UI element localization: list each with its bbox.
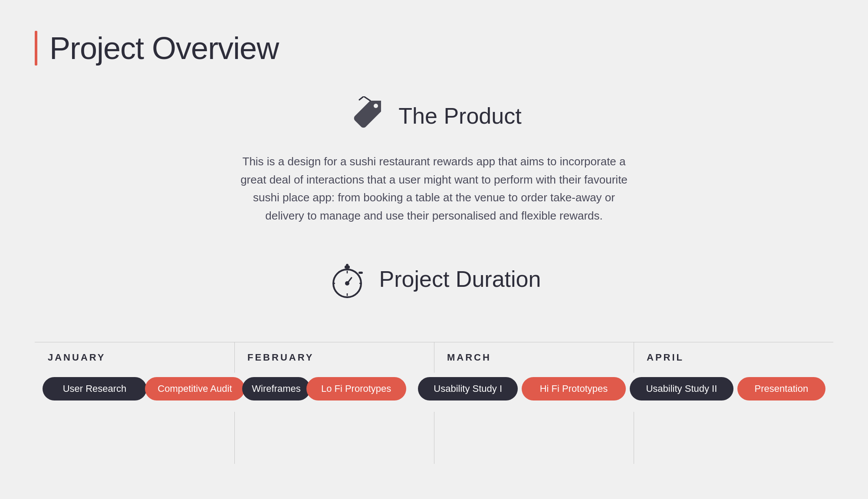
stopwatch-icon: [327, 259, 366, 299]
month-february: FEBRUARY: [234, 342, 434, 373]
title-accent-bar: [35, 31, 37, 66]
page-title-wrapper: Project Overview: [35, 30, 833, 66]
svg-rect-5: [346, 264, 349, 266]
svg-rect-6: [358, 272, 363, 274]
svg-point-0: [374, 104, 378, 108]
product-description: This is a design for a sushi restaurant …: [239, 153, 629, 225]
pills-row: User Research Competitive Audit Wirefram…: [35, 373, 833, 412]
month-march: MARCH: [434, 342, 634, 373]
pill-hifi-prototypes: Hi Fi Prototypes: [522, 377, 625, 401]
page-container: Project Overview The Product This is a d…: [0, 0, 868, 499]
pill-user-research: User Research: [43, 377, 146, 401]
product-section-title: The Product: [398, 103, 521, 129]
product-section: The Product This is a design for a sushi…: [35, 96, 833, 225]
svg-line-12: [347, 278, 352, 283]
timeline-bottom: [35, 412, 833, 464]
tag-icon: [346, 96, 385, 135]
pill-presentation: Presentation: [737, 377, 825, 401]
month-january: JANUARY: [35, 342, 234, 373]
divider-bottom-1: [234, 412, 235, 464]
month-april: APRIL: [634, 342, 833, 373]
duration-section: Project Duration: [35, 259, 833, 316]
pill-usability-study-2: Usability Study II: [630, 377, 733, 401]
divider-2: [434, 342, 434, 373]
divider-3: [634, 342, 634, 373]
svg-line-2: [359, 96, 364, 100]
timeline-wrapper: JANUARY FEBRUARY MARCH APRIL User Resear…: [35, 342, 833, 464]
product-section-header: The Product: [346, 96, 521, 135]
pill-wireframes: Wireframes: [242, 377, 310, 401]
svg-line-1: [364, 96, 370, 101]
pill-lofi-prototypes: Lo Fi Prorotypes: [306, 377, 406, 401]
divider-bottom-3: [634, 412, 634, 464]
month-labels-row: JANUARY FEBRUARY MARCH APRIL: [35, 342, 833, 373]
pill-usability-study-1: Usability Study I: [418, 377, 518, 401]
divider-bottom-2: [434, 412, 434, 464]
duration-section-title: Project Duration: [379, 266, 541, 292]
duration-section-header: Project Duration: [327, 259, 541, 299]
divider-1: [234, 342, 235, 373]
page-title: Project Overview: [49, 30, 279, 66]
pill-competitive-audit: Competitive Audit: [145, 377, 245, 401]
